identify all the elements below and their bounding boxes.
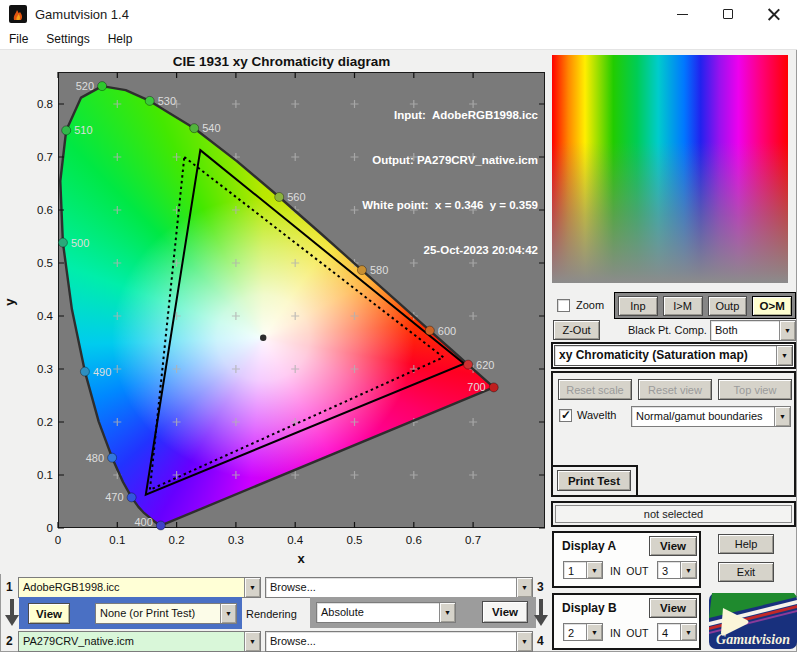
flow-down-arrow-right-icon (534, 599, 548, 627)
chevron-down-icon[interactable] (516, 632, 532, 651)
boundaries-select[interactable]: Normal/gamut boundaries (631, 406, 791, 427)
display-a-out-select[interactable]: 3 (657, 561, 697, 579)
y-tick-label: 0.8 (37, 98, 53, 110)
reset-scale-button[interactable]: Reset scale (558, 379, 632, 400)
help-button[interactable]: Help (718, 534, 774, 554)
wavelth-checkbox-label: Wavelth (577, 409, 616, 421)
chevron-down-icon[interactable] (776, 346, 792, 365)
chevron-down-icon[interactable] (779, 321, 795, 340)
display-a-view-button[interactable]: View (649, 536, 697, 556)
profile-button-i-m[interactable]: I>M (663, 296, 703, 316)
grid-mark (113, 100, 121, 108)
black-pt-comp-select[interactable]: Both (710, 320, 796, 341)
wavelth-checkbox[interactable] (559, 409, 572, 422)
display-b-in-select[interactable]: 2 (563, 623, 603, 641)
profile-button-o-m[interactable]: O>M (752, 296, 792, 316)
wavelength-label-540: 540 (202, 122, 220, 134)
wavelength-label-500: 500 (71, 237, 89, 249)
grid-mark (232, 259, 240, 267)
output-profile-select[interactable]: PA279CRV_native.icm (18, 631, 261, 652)
grid-mark (469, 471, 477, 479)
input-view-button[interactable]: View (28, 603, 70, 624)
gamutvision-logo: Gamutvision (709, 593, 797, 649)
profile-button-outp[interactable]: Outp (708, 296, 748, 316)
annotation-input: Input: AdobeRGB1998.icc (362, 108, 538, 123)
x-tick-label: 0.6 (406, 534, 422, 546)
wavelength-label-490: 490 (93, 366, 111, 378)
input-profile-select[interactable]: AdobeRGB1998.icc (18, 577, 261, 598)
wavelength-dot-600 (425, 326, 434, 335)
zoom-checkbox[interactable] (557, 299, 570, 312)
grid-mark (351, 365, 359, 373)
chart-annotation: Input: AdobeRGB1998.icc Output: PA279CRV… (362, 78, 538, 288)
chevron-down-icon[interactable] (774, 407, 790, 426)
output-view-button[interactable]: View (482, 601, 528, 623)
wavelength-dot-400 (156, 521, 165, 530)
profile-button-inp[interactable]: Inp (618, 296, 658, 316)
grid-mark (291, 312, 299, 320)
grid-mark (351, 312, 359, 320)
wavelength-label-480: 480 (86, 452, 104, 464)
wavelength-label-510: 510 (74, 124, 92, 136)
annotation-white-point: White point: x = 0.346 y = 0.359 (362, 198, 538, 213)
rendering-intent-select[interactable]: Absolute (316, 602, 456, 623)
chevron-down-icon[interactable] (586, 562, 602, 578)
chevron-down-icon[interactable] (586, 624, 602, 640)
rendering-intent-value: Absolute (317, 603, 439, 622)
chevron-down-icon[interactable] (680, 624, 696, 640)
wavelength-label-530: 530 (158, 95, 176, 107)
wavelength-label-700: 700 (467, 381, 485, 393)
chevron-down-icon[interactable] (244, 578, 260, 597)
display-b-in-value: 2 (564, 624, 586, 640)
chevron-down-icon[interactable] (516, 578, 532, 597)
browse-output-select[interactable]: Browse... (265, 631, 533, 652)
top-view-button[interactable]: Top view (718, 379, 792, 400)
display-b-out-select[interactable]: 4 (657, 623, 697, 641)
wavelength-dot-560 (275, 193, 284, 202)
x-tick-label: 0.2 (169, 534, 185, 546)
flow-down-arrow-left-icon (5, 599, 19, 627)
grid-mark (173, 259, 181, 267)
x-tick-label: 0 (55, 534, 61, 546)
wavelength-dot-500 (58, 238, 67, 247)
chevron-down-icon[interactable] (220, 604, 236, 623)
status-field: not selected (555, 505, 792, 523)
y-axis-label: y (2, 298, 17, 306)
menu-item-settings[interactable]: Settings (37, 30, 98, 48)
grid-mark (410, 365, 418, 373)
grid-mark (291, 365, 299, 373)
x-tick-label: 0.1 (109, 534, 125, 546)
menu-item-help[interactable]: Help (99, 30, 142, 48)
maximize-button[interactable] (705, 0, 751, 28)
slot-4-number: 4 (537, 634, 544, 648)
grid-mark (113, 259, 121, 267)
grid-mark (173, 365, 181, 373)
x-axis-label: x (297, 551, 305, 566)
close-button[interactable] (751, 0, 797, 28)
grid-mark (351, 471, 359, 479)
slot-3-number: 3 (537, 580, 544, 594)
grid-mark (291, 100, 299, 108)
y-tick-label: 0.4 (37, 310, 54, 322)
chevron-down-icon[interactable] (244, 632, 260, 651)
profile-button-group: InpI>MOutpO>M (614, 292, 796, 319)
maximize-icon (723, 9, 733, 19)
view-mode-select[interactable]: xy Chromaticity (Saturation map) (554, 345, 793, 366)
wavelength-label-520: 520 (76, 80, 94, 92)
exit-button[interactable]: Exit (718, 562, 774, 582)
reset-view-button[interactable]: Reset view (638, 379, 712, 400)
y-tick-label: 0.3 (37, 363, 53, 375)
chevron-down-icon[interactable] (680, 562, 696, 578)
display-a-in-select[interactable]: 1 (563, 561, 603, 579)
browse-input-select[interactable]: Browse... (265, 577, 533, 598)
minimize-button[interactable] (659, 0, 705, 28)
menu-item-file[interactable]: File (0, 30, 37, 48)
white-point-dot (260, 335, 266, 341)
chevron-down-icon[interactable] (439, 603, 455, 622)
wavelength-dot-540 (190, 124, 199, 133)
display-b-view-button[interactable]: View (649, 598, 697, 618)
z-out-button[interactable]: Z-Out (553, 320, 600, 340)
grid-mark (113, 153, 121, 161)
operation-select[interactable]: None (or Print Test) (95, 603, 237, 624)
print-test-button[interactable]: Print Test (557, 470, 631, 491)
